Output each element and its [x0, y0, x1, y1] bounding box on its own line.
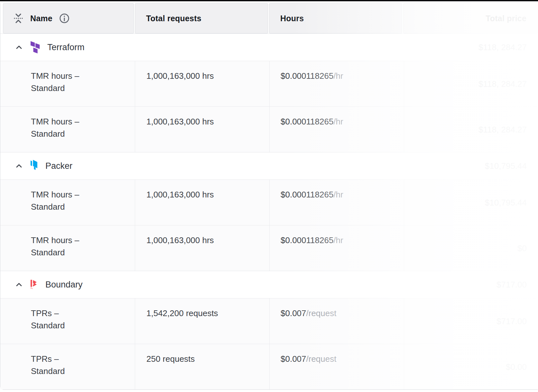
row-hourly-rate: $0.000118265/hr [269, 180, 404, 225]
table-row: TMR hours – Standard 1,000,163,000 hrs $… [0, 179, 538, 225]
table-row: TPRs – Standard 250 requests $0.007/requ… [0, 344, 538, 389]
row-request-rate: $0.007/request [269, 344, 404, 389]
row-total-requests: 1,000,163,000 hrs [135, 225, 269, 271]
top-divider [0, 0, 538, 1]
table-row: TMR hours – Standard 1,000,163,000 hrs $… [0, 106, 538, 152]
table-row: TPRs – Standard 1,542,200 requests $0.00… [0, 298, 538, 344]
row-total-price: $0.00 [404, 344, 538, 389]
row-total-price: $118, 284.27 [404, 107, 538, 152]
row-total-requests: 1,000,163,000 hrs [135, 61, 269, 106]
group-total-price: $717.00 [496, 280, 538, 290]
group-row-terraform[interactable]: Terraform $118, 284.27 [0, 33, 538, 61]
group-row-packer[interactable]: Packer $10,795.44 [0, 152, 538, 179]
table-row: TMR hours – Standard 1,000,163,000 hrs $… [0, 61, 538, 106]
info-icon[interactable] [59, 13, 70, 24]
row-name: TPRs – Standard [0, 344, 135, 389]
group-label: Terraform [47, 42, 85, 52]
header-label-total-price: Total price [486, 14, 526, 23]
header-label-total-requests: Total requests [146, 14, 201, 23]
chevron-up-icon[interactable] [14, 280, 23, 289]
row-total-price: $717.00 [404, 298, 538, 344]
header-label-name: Name [30, 14, 52, 23]
row-total-price: $0 [404, 225, 538, 271]
row-total-requests: 1,000,163,000 hrs [135, 180, 269, 225]
table-row: TMR hours – Standard 1,000,163,000 hrs $… [0, 225, 538, 271]
row-name: TMR hours – Standard [0, 61, 135, 106]
packer-icon [31, 160, 40, 172]
row-total-price: $10,795.44 [404, 180, 538, 225]
group-row-boundary[interactable]: Boundary $717.00 [0, 271, 538, 298]
chevron-up-icon[interactable] [14, 43, 23, 52]
chevron-up-icon[interactable] [14, 161, 23, 170]
header-cell-hours: Hours [269, 3, 402, 33]
group-label: Boundary [45, 280, 83, 290]
row-total-price: $118, 284.27 [404, 61, 538, 106]
table-header: Name Total requests Hours Total price [0, 3, 538, 33]
usage-pricing-table: Name Total requests Hours Total price [0, 3, 538, 390]
row-name: TMR hours – Standard [0, 107, 135, 152]
group-total-price: $118, 284.27 [478, 42, 538, 52]
row-hourly-rate: $0.000118265/hr [269, 107, 404, 152]
terraform-icon [31, 41, 42, 53]
boundary-icon [31, 280, 40, 289]
group-total-price: $10,795.44 [485, 161, 538, 171]
row-total-requests: 1,000,163,000 hrs [135, 107, 269, 152]
header-cell-total-price: Total price [403, 3, 538, 33]
row-hourly-rate: $0.000118265/hr [269, 225, 404, 271]
row-total-requests: 250 requests [135, 344, 269, 389]
row-total-requests: 1,542,200 requests [135, 298, 269, 344]
row-hourly-rate: $0.000118265/hr [269, 61, 404, 106]
header-cell-name: Name [3, 3, 134, 33]
group-label: Packer [45, 161, 72, 171]
row-name: TMR hours – Standard [0, 225, 135, 271]
collapse-all-icon[interactable] [13, 13, 24, 24]
header-cell-total-requests: Total requests [135, 3, 268, 33]
row-request-rate: $0.007/request [269, 298, 404, 344]
row-name: TPRs – Standard [0, 298, 135, 344]
header-label-hours: Hours [280, 14, 304, 23]
row-name: TMR hours – Standard [0, 180, 135, 225]
